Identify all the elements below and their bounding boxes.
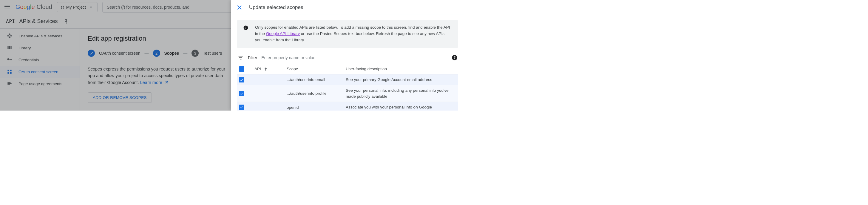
info-banner: Only scopes for enabled APIs are listed … — [237, 20, 458, 48]
filter-label: Filter — [248, 55, 257, 60]
panel-header: Update selected scopes — [231, 0, 464, 15]
filter-icon[interactable] — [238, 55, 244, 61]
row-checkbox[interactable] — [239, 105, 244, 110]
col-scope[interactable]: Scope — [287, 67, 343, 71]
api-library-link[interactable]: Google API Library — [266, 31, 300, 36]
cell-scope: .../auth/userinfo.profile — [287, 91, 343, 96]
row-checkbox[interactable] — [239, 77, 244, 82]
table-row[interactable]: openid Associate you with your personal … — [237, 102, 458, 110]
cell-scope: .../auth/userinfo.email — [287, 77, 343, 82]
col-api[interactable]: API — [254, 67, 284, 71]
scopes-panel: Update selected scopes Only scopes for e… — [231, 0, 464, 110]
panel-body: Only scopes for enabled APIs are listed … — [231, 15, 464, 110]
cell-desc: Associate you with your personal info on… — [346, 104, 456, 110]
filter-row: Filter Enter property name or value ? — [237, 55, 458, 61]
col-desc[interactable]: User-facing description — [346, 67, 456, 71]
panel-title: Update selected scopes — [249, 4, 303, 10]
select-all-checkbox[interactable] — [239, 66, 244, 72]
table-row[interactable]: .../auth/userinfo.email See your primary… — [237, 74, 458, 85]
row-checkbox[interactable] — [239, 91, 244, 96]
scope-table: API Scope User-facing description .../au… — [237, 63, 458, 110]
table-row[interactable]: .../auth/userinfo.profile See your perso… — [237, 85, 458, 102]
cell-desc: See your primary Google Account email ad… — [346, 77, 456, 83]
close-icon[interactable] — [237, 4, 243, 11]
cell-desc: See your personal info, including any pe… — [346, 87, 456, 99]
help-icon[interactable]: ? — [452, 55, 457, 60]
table-header: API Scope User-facing description — [237, 64, 458, 74]
cell-scope: openid — [287, 105, 343, 110]
filter-input[interactable]: Enter property name or value — [261, 55, 448, 60]
sort-asc-icon — [264, 67, 268, 71]
info-icon — [243, 25, 248, 30]
